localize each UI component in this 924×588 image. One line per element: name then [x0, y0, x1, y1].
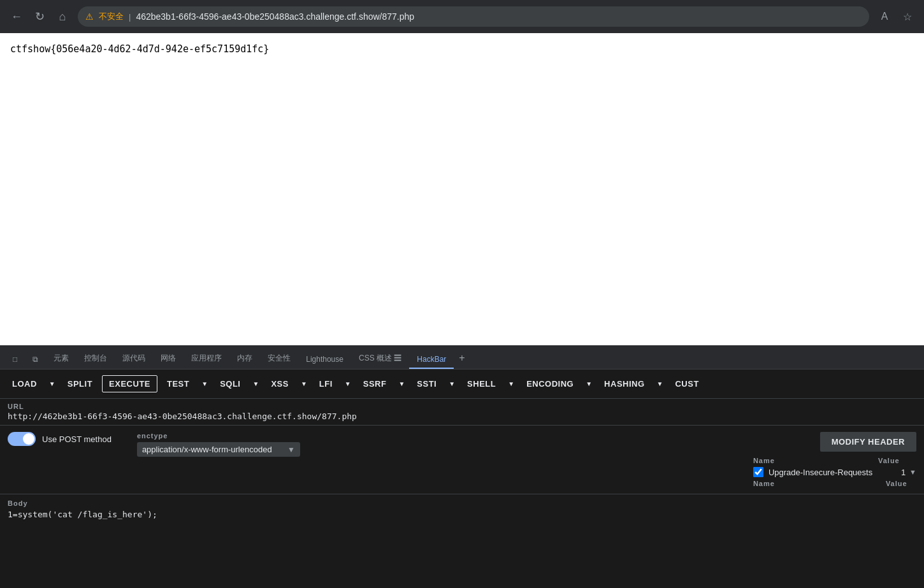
hackbar-body: URL http://462be3b1-66f3-4596-ae43-0be25…	[0, 399, 924, 588]
flag-text: ctfshow{056e4a20-4d62-4d7d-942e-ef5c7159…	[10, 43, 269, 55]
lfi-button[interactable]: LFI	[312, 375, 340, 392]
headers-table: Name Value Upgrade-Insecure-Requests 1 ▼	[753, 457, 916, 487]
hackbar-toolbar: LOAD ▼ SPLIT EXECUTE TEST ▼ SQLI ▼ XSS ▼…	[0, 369, 924, 399]
not-secure-text: 不安全	[99, 11, 124, 22]
back-button[interactable]: ←	[8, 8, 25, 25]
enctype-select[interactable]: application/x-www-form-urlencoded ▼	[137, 442, 300, 457]
header-entry-1: Upgrade-Insecure-Requests 1 ▼	[753, 467, 916, 477]
devtools-tab-security[interactable]: 安全性	[260, 349, 298, 369]
sqli-arrow[interactable]: ▼	[250, 377, 261, 391]
devtools-tab-network[interactable]: 网络	[153, 349, 184, 369]
load-arrow[interactable]: ▼	[47, 377, 58, 391]
devtools-tab-elements[interactable]: 元素	[46, 349, 76, 369]
modify-header-button[interactable]: MODIFY HEADER	[820, 432, 916, 452]
warning-icon: ⚠	[85, 11, 94, 22]
post-toggle[interactable]	[8, 432, 36, 446]
xss-button[interactable]: XSS	[264, 375, 296, 392]
separator: |	[129, 12, 131, 22]
split-button[interactable]: SPLIT	[61, 375, 99, 392]
home-button[interactable]: ⌂	[54, 8, 71, 25]
ssrf-arrow[interactable]: ▼	[396, 377, 407, 391]
value-col-header: Value	[878, 457, 916, 464]
header-entry-2: Name Value	[753, 480, 916, 487]
right-panel: MODIFY HEADER Name Value Upgrade-Insecur…	[753, 432, 916, 487]
profile-button[interactable]: A	[876, 8, 893, 25]
hashing-arrow[interactable]: ▼	[654, 377, 666, 391]
toggle-knob	[23, 433, 34, 445]
ssti-button[interactable]: SSTI	[410, 375, 444, 392]
header-value-placeholder: Value	[886, 480, 907, 487]
devtools-tab-memory[interactable]: 内存	[229, 349, 260, 369]
enctype-arrow-icon: ▼	[287, 445, 295, 454]
devtools-tab-console-drawer[interactable]: ⧉	[25, 351, 46, 369]
right-icons: A ☆	[876, 8, 916, 25]
ssrf-button[interactable]: SSRF	[356, 375, 394, 392]
bookmark-button[interactable]: ☆	[899, 8, 916, 25]
body-section: Body 1=system('cat /flag_is_here');	[0, 494, 924, 524]
test-button[interactable]: TEST	[160, 375, 196, 392]
body-value[interactable]: 1=system('cat /flag_is_here');	[8, 510, 916, 519]
test-arrow[interactable]: ▼	[199, 377, 210, 391]
devtools-tab-lighthouse[interactable]: Lighthouse	[298, 351, 351, 369]
devtools: □ ⧉ 元素 控制台 源代码 网络 应用程序 内存 安全性 Lighthouse…	[0, 345, 924, 588]
header-columns: Name Value	[753, 457, 916, 464]
ssti-arrow[interactable]: ▼	[446, 377, 458, 391]
options-section: Use POST method enctype application/x-ww…	[0, 426, 924, 494]
body-label: Body	[8, 499, 916, 507]
url-value[interactable]: http://462be3b1-66f3-4596-ae43-0be250488…	[8, 412, 916, 421]
load-button[interactable]: LOAD	[5, 375, 44, 392]
url-section: URL http://462be3b1-66f3-4596-ae43-0be25…	[0, 399, 924, 426]
cust-button[interactable]: CUST	[668, 375, 705, 392]
nav-buttons: ← ↻ ⌂	[8, 8, 71, 25]
address-url: 462be3b1-66f3-4596-ae43-0be250488ac3.cha…	[136, 11, 862, 22]
encoding-button[interactable]: ENCODING	[519, 375, 581, 392]
options-left: Use POST method	[8, 432, 112, 446]
devtools-tab-hackbar[interactable]: HackBar	[409, 351, 454, 369]
devtools-tab-plus[interactable]: +	[454, 348, 470, 368]
header-value-1-arrow: ▼	[909, 468, 916, 476]
enctype-label: enctype	[137, 432, 300, 440]
execute-button[interactable]: EXECUTE	[102, 375, 157, 392]
browser-chrome: ← ↻ ⌂ ⚠ 不安全 | 462be3b1-66f3-4596-ae43-0b…	[0, 0, 924, 33]
refresh-button[interactable]: ↻	[31, 8, 48, 25]
header-value-1-select[interactable]: 1 ▼	[901, 468, 916, 477]
devtools-tab-console[interactable]: 控制台	[76, 349, 115, 369]
page-content: ctfshow{056e4a20-4d62-4d7d-942e-ef5c7159…	[0, 33, 924, 345]
sqli-button[interactable]: SQLI	[213, 375, 247, 392]
devtools-tab-application[interactable]: 应用程序	[184, 349, 229, 369]
header-checkbox-1[interactable]	[753, 467, 763, 477]
header-name-1: Upgrade-Insecure-Requests	[769, 468, 896, 477]
post-label: Use POST method	[42, 434, 112, 444]
header-name-placeholder: Name	[753, 480, 881, 487]
post-toggle-group: Use POST method	[8, 432, 112, 446]
shell-arrow[interactable]: ▼	[505, 377, 517, 391]
address-bar[interactable]: ⚠ 不安全 | 462be3b1-66f3-4596-ae43-0be25048…	[78, 6, 869, 27]
name-col-header: Name	[753, 457, 878, 464]
devtools-tab-css-overview[interactable]: CSS 概述 ☰	[351, 349, 409, 369]
devtools-tab-sources[interactable]: 源代码	[115, 349, 153, 369]
enctype-value: application/x-www-form-urlencoded	[142, 445, 282, 454]
devtools-tabs: □ ⧉ 元素 控制台 源代码 网络 应用程序 内存 安全性 Lighthouse…	[0, 345, 924, 369]
devtools-tab-undock[interactable]: □	[5, 351, 25, 369]
encoding-arrow[interactable]: ▼	[583, 377, 595, 391]
header-value-1: 1	[901, 468, 906, 477]
xss-arrow[interactable]: ▼	[298, 377, 310, 391]
enctype-section: enctype application/x-www-form-urlencode…	[137, 432, 300, 457]
shell-button[interactable]: SHELL	[460, 375, 503, 392]
hashing-button[interactable]: HASHING	[597, 375, 651, 392]
url-label: URL	[8, 403, 916, 410]
lfi-arrow[interactable]: ▼	[342, 377, 354, 391]
